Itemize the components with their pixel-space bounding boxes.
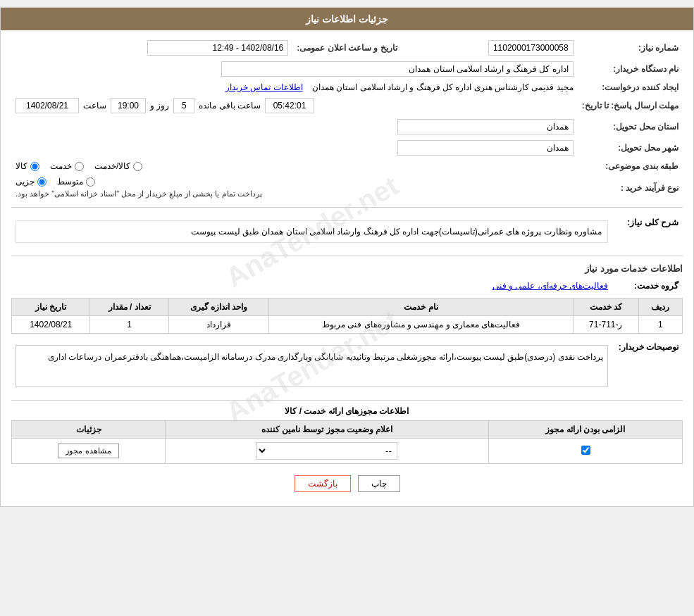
radio-kala[interactable]: کالا — [16, 161, 39, 171]
radio-jozvi-input[interactable] — [37, 177, 47, 187]
radio-khedmat[interactable]: خدمت — [50, 161, 84, 171]
service-group-table: گروه خدمت: فعالیت‌های حرفه‌ای، علمی و فن… — [11, 278, 683, 294]
col-mandatory: الزامی بودن ارائه مجوز — [489, 421, 683, 439]
radio-kala-khedmat-label: کالا/خدمت — [94, 161, 130, 171]
notes-label: توصیحات خریدار: — [612, 338, 683, 394]
col-status: اعلام وضعیت مجوز توسط نامین کننده — [166, 421, 489, 439]
deadline-time-box: 19:00 — [111, 98, 146, 113]
notes-text: پرداخت نقدی (درصدی)طبق لیست پیوست،ارائه … — [48, 352, 603, 362]
radio-motavaset[interactable]: متوسط — [57, 177, 95, 187]
city-box: همدان — [397, 140, 574, 156]
need-desc-label: شرح کلی نیاز: — [612, 213, 683, 250]
cell-date: 1402/08/21 — [12, 316, 90, 334]
permit-row: -- مشاهده مجوز — [12, 439, 683, 464]
col-code: کد خدمت — [573, 298, 638, 316]
col-unit: واحد اندازه گیری — [168, 298, 269, 316]
divider-1 — [11, 207, 683, 208]
col-count: تعداد / مقدار — [90, 298, 168, 316]
notes-cell: AnaTender.net پرداخت نقدی (درصدی)طبق لیس… — [11, 338, 612, 394]
cell-code: ر-711-71 — [573, 316, 638, 334]
deadline-time-label: ساعت — [83, 101, 106, 111]
creator-value: مجید قدیمی کارشناس هنری اداره کل فرهنگ و… — [312, 82, 574, 92]
radio-khedmat-input[interactable] — [75, 162, 84, 171]
deadline-label: مهلت ارسال پاسخ: تا تاریخ: — [578, 95, 683, 116]
radio-jozvi[interactable]: جزیی — [16, 177, 47, 187]
category-cell: کالا/خدمت خدمت کالا — [11, 158, 578, 174]
services-section-header: اطلاعات خدمات مورد نیاز — [11, 262, 683, 275]
permit-table: الزامی بودن ارائه مجوز اعلام وضعیت مجوز … — [11, 420, 683, 464]
need-number-value: 1102000173000058 — [402, 37, 578, 58]
services-table: ردیف کد خدمت نام خدمت واحد اندازه گیری ت… — [11, 298, 683, 334]
radio-kala-khedmat[interactable]: کالا/خدمت — [94, 161, 142, 171]
buyer-org-box: اداره کل فرهنگ و ارشاد اسلامی استان همدا… — [221, 61, 574, 77]
radio-motavaset-label: متوسط — [57, 177, 83, 187]
province-box: همدان — [397, 119, 574, 134]
buyer-org-cell: اداره کل فرهنگ و ارشاد اسلامی استان همدا… — [11, 58, 578, 80]
button-row: چاپ بازگشت — [11, 468, 683, 499]
page-header: جزئیات اطلاعات نیاز — [1, 8, 693, 30]
need-desc-box: AnaTender.net مشاوره ونظارت پروژه های عم… — [16, 220, 608, 243]
permit-mandatory-cell — [489, 439, 683, 464]
cell-unit: قرارداد — [168, 316, 269, 334]
col-row: ردیف — [638, 298, 682, 316]
permit-status-select[interactable]: -- — [256, 442, 397, 460]
info-table: شماره نیاز: 1102000173000058 تاریخ و ساع… — [11, 37, 683, 201]
notes-table: توصیحات خریدار: AnaTender.net پرداخت نقد… — [11, 338, 683, 394]
radio-jozvi-label: جزیی — [16, 177, 35, 187]
radio-khedmat-label: خدمت — [50, 161, 72, 171]
permit-section-header: اطلاعات مجوزهای ارائه خدمت / کالا — [11, 406, 683, 416]
cell-name: فعالیت‌های معماری و مهندسی و مشاوره‌های … — [269, 316, 573, 334]
buyer-org-label: نام دستگاه خریدار: — [578, 58, 683, 80]
deadline-row: 05:42:01 ساعت باقی مانده 5 روز و 19:00 س… — [16, 98, 574, 113]
radio-kala-label: کالا — [16, 161, 27, 171]
need-desc-text: مشاوره ونظارت پروژه های عمرانی(تاسیسات)ج… — [191, 227, 602, 237]
cell-row: 1 — [638, 316, 682, 334]
deadline-days-box: 5 — [173, 98, 194, 113]
need-desc-table: شرح کلی نیاز: AnaTender.net مشاوره ونظار… — [11, 213, 683, 250]
col-name: نام خدمت — [269, 298, 573, 316]
process-label: نوع فرآیند خرید : — [578, 174, 683, 201]
contact-link[interactable]: اطلاعات تماس خریدار — [225, 82, 303, 92]
notes-box: AnaTender.net پرداخت نقدی (درصدی)طبق لیس… — [16, 345, 608, 387]
deadline-date-box: 1402/08/21 — [16, 98, 79, 113]
service-group-label: گروه خدمت: — [612, 278, 683, 294]
back-button[interactable]: بازگشت — [295, 475, 351, 492]
deadline-remaining-box: 05:42:01 — [265, 98, 314, 113]
service-group-value[interactable]: فعالیت‌های حرفه‌ای، علمی و فنی — [492, 281, 608, 291]
process-cell: متوسط جزیی پرداخت تمام یا بخشی از مبلغ خ… — [11, 174, 578, 201]
view-permit-button[interactable]: مشاهده مجوز — [58, 444, 118, 458]
category-label: طبقه بندی موضوعی: — [578, 158, 683, 174]
cell-count: 1 — [90, 316, 168, 334]
table-row: 1 ر-711-71 فعالیت‌های معماری و مهندسی و … — [12, 316, 683, 334]
announce-date-box: 1402/08/16 - 12:49 — [147, 40, 288, 56]
city-cell: همدان — [11, 137, 578, 158]
print-button[interactable]: چاپ — [358, 475, 400, 492]
radio-motavaset-input[interactable] — [86, 177, 95, 187]
deadline-cell: 05:42:01 ساعت باقی مانده 5 روز و 19:00 س… — [11, 95, 578, 116]
creator-label: ایجاد کننده درخواست: — [578, 80, 683, 95]
announce-date-value: 1402/08/16 - 12:49 — [11, 37, 292, 58]
content-area: شماره نیاز: 1102000173000058 تاریخ و ساع… — [1, 30, 693, 506]
creator-cell: مجید قدیمی کارشناس هنری اداره کل فرهنگ و… — [11, 80, 578, 95]
divider-3 — [11, 400, 683, 401]
col-details: جزئیات — [12, 421, 166, 439]
radio-kala-input[interactable] — [30, 162, 39, 171]
category-radio-group: کالا/خدمت خدمت کالا — [16, 161, 574, 171]
divider-2 — [11, 256, 683, 256]
page-wrapper: جزئیات اطلاعات نیاز شماره نیاز: 11020001… — [0, 7, 694, 507]
need-desc-cell: AnaTender.net مشاوره ونظارت پروژه های عم… — [11, 213, 612, 250]
province-cell: همدان — [11, 116, 578, 137]
process-radio-group: متوسط جزیی — [16, 177, 95, 187]
permit-details-cell: مشاهده مجوز — [12, 439, 166, 464]
permit-status-cell: -- — [166, 439, 489, 464]
permit-mandatory-checkbox[interactable] — [581, 446, 590, 455]
province-label: استان محل تحویل: — [578, 116, 683, 137]
deadline-days-label: روز و — [150, 101, 169, 111]
need-number-box: 1102000173000058 — [488, 40, 574, 56]
deadline-remaining-label: ساعت باقی مانده — [199, 101, 261, 111]
service-group-cell: فعالیت‌های حرفه‌ای، علمی و فنی — [11, 278, 612, 294]
page-title: جزئیات اطلاعات نیاز — [306, 13, 388, 25]
city-label: شهر محل تحویل: — [578, 137, 683, 158]
col-date: تاریخ نیاز — [12, 298, 90, 316]
radio-kala-khedmat-input[interactable] — [133, 162, 142, 171]
